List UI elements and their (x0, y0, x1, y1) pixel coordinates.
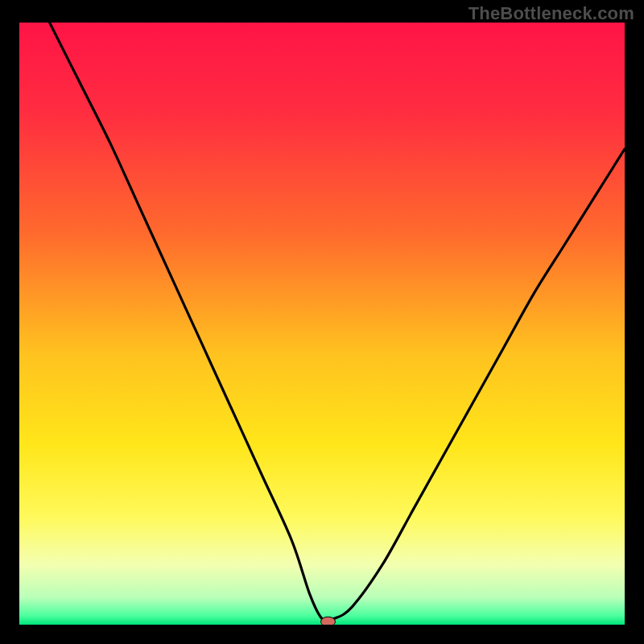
watermark-text: TheBottleneck.com (469, 3, 634, 24)
bottleneck-chart (0, 0, 644, 644)
chart-frame: TheBottleneck.com (0, 0, 644, 644)
gradient-background (19, 23, 625, 625)
optimal-point-marker (321, 617, 336, 626)
